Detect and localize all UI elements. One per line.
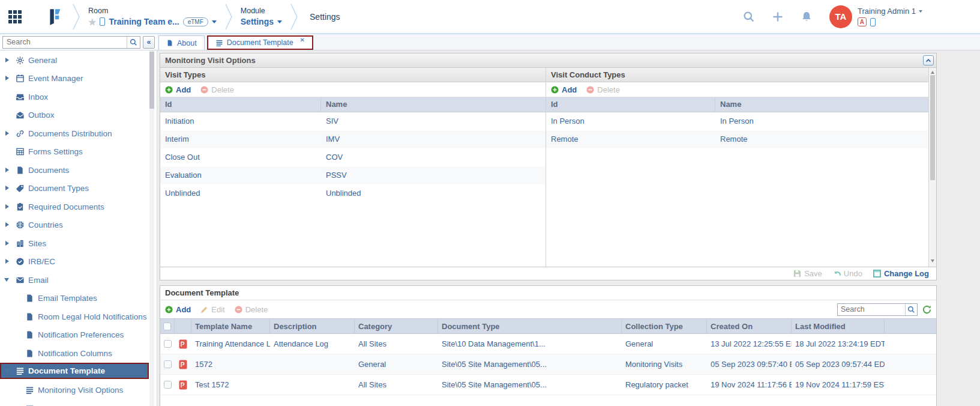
- column-header-last-modified[interactable]: Last Modified: [792, 319, 885, 333]
- delete-button[interactable]: Delete: [586, 85, 620, 94]
- sidebar-item-general[interactable]: General: [0, 51, 149, 69]
- expand-arrow-icon[interactable]: [5, 76, 11, 80]
- sidebar-item-notification-preferences[interactable]: Notification Preferences: [0, 326, 149, 344]
- sidebar-item-notification-columns[interactable]: Notification Columns: [0, 344, 149, 362]
- row-checkbox[interactable]: [164, 340, 172, 348]
- table-row[interactable]: EvaluationPSSV: [160, 166, 546, 184]
- document-icon: [25, 294, 34, 303]
- refresh-icon[interactable]: [922, 305, 931, 314]
- column-header-category[interactable]: Category: [355, 319, 438, 333]
- column-header-name[interactable]: Name: [321, 97, 546, 112]
- room-name[interactable]: Training Team e...: [109, 17, 179, 26]
- sidebar-item-inbox[interactable]: Inbox: [0, 88, 149, 106]
- sidebar-item-email-templates[interactable]: Email Templates: [0, 289, 149, 307]
- add-button[interactable]: Add: [551, 85, 577, 94]
- sidebar-item-required-documents[interactable]: Required Documents: [0, 198, 149, 216]
- delete-button[interactable]: Delete: [235, 305, 268, 314]
- panel-title: Monitoring Visit Options: [165, 56, 256, 65]
- collapse-arrow-icon[interactable]: [5, 369, 10, 375]
- expand-arrow-icon[interactable]: [5, 58, 11, 62]
- app-launcher-grid-icon[interactable]: [8, 10, 22, 24]
- sidebar-item-sites[interactable]: Sites: [0, 234, 149, 252]
- table-row[interactable]: Training Attendance Log Attendance Log A…: [160, 334, 936, 354]
- module-settings[interactable]: Settings: [241, 17, 274, 26]
- sidebar-item-irb-ec[interactable]: IRB/EC: [0, 252, 149, 270]
- row-checkbox[interactable]: [164, 360, 172, 368]
- user-menu-caret-icon[interactable]: [919, 10, 922, 14]
- column-header-id[interactable]: Id: [160, 97, 321, 112]
- sidebar-item-outbox[interactable]: Outbox: [0, 106, 149, 124]
- table-row[interactable]: InitiationSIV: [160, 112, 546, 130]
- expand-arrow-icon[interactable]: [5, 222, 11, 227]
- notifications-bell-icon[interactable]: [801, 11, 813, 23]
- sidebar-item-documents[interactable]: Documents: [0, 161, 149, 179]
- expand-arrow-icon[interactable]: [5, 241, 11, 246]
- table-row[interactable]: RemoteRemote: [546, 130, 928, 148]
- delete-button[interactable]: Delete: [200, 85, 234, 94]
- mobile-icon: [100, 17, 105, 26]
- user-name[interactable]: Training Admin 1: [858, 7, 916, 16]
- sidebar-item-room-legal-hold-notifications[interactable]: Room Legal Hold Notifications: [0, 308, 149, 326]
- column-header-name[interactable]: Name: [715, 97, 928, 112]
- add-new-icon[interactable]: [772, 11, 784, 23]
- collapse-arrow-icon[interactable]: [4, 278, 9, 284]
- column-header-template-name[interactable]: Template Name: [191, 319, 270, 333]
- expand-arrow-icon[interactable]: [5, 204, 11, 209]
- breadcrumb-settings: Settings: [301, 12, 349, 22]
- sidebar-item-partial[interactable]: [0, 399, 149, 406]
- sidebar-item-email[interactable]: Email: [0, 271, 149, 289]
- scrollbar-thumb[interactable]: [930, 75, 935, 180]
- tab-close-icon[interactable]: ✕: [300, 37, 305, 43]
- expand-arrow-icon[interactable]: [5, 186, 11, 190]
- favorite-star-icon[interactable]: ★: [88, 17, 96, 26]
- module-dropdown-icon[interactable]: [277, 20, 282, 26]
- sidebar-item-document-types[interactable]: Document Types: [0, 179, 149, 197]
- column-header-created-on[interactable]: Created On: [707, 319, 792, 333]
- expand-arrow-icon[interactable]: [5, 131, 11, 136]
- app-logo[interactable]: [47, 7, 64, 26]
- sidebar-item-document-template[interactable]: Document Template: [0, 363, 149, 379]
- table-search-input[interactable]: [838, 305, 905, 314]
- global-search-icon[interactable]: [743, 11, 755, 23]
- sidebar-search-input[interactable]: [3, 38, 127, 46]
- expand-arrow-icon[interactable]: [5, 259, 11, 264]
- undo-button[interactable]: Undo: [833, 269, 862, 278]
- edit-button[interactable]: Edit: [200, 305, 224, 314]
- table-row[interactable]: UnblindedUnblinded: [160, 184, 546, 202]
- save-button[interactable]: Save: [793, 269, 822, 278]
- sidebar-item-monitoring-visit-options[interactable]: Monitoring Visit Options: [0, 381, 149, 399]
- add-button[interactable]: Add: [165, 85, 191, 94]
- scroll-up-icon[interactable]: [931, 69, 934, 74]
- panel-collapse-button[interactable]: [923, 55, 934, 65]
- table-row[interactable]: Close OutCOV: [160, 148, 546, 166]
- sidebar-scrollbar-thumb[interactable]: [149, 52, 154, 109]
- add-button[interactable]: Add: [165, 305, 191, 314]
- column-header-icon: [175, 319, 191, 333]
- panel-scrollbar[interactable]: [928, 68, 936, 267]
- expand-arrow-icon[interactable]: [5, 168, 11, 172]
- tab-about[interactable]: About: [158, 35, 205, 50]
- sidebar-item-documents-distribution[interactable]: Documents Distribution: [0, 124, 149, 142]
- table-row[interactable]: In PersonIn Person: [546, 112, 928, 130]
- sidebar-item-countries[interactable]: Countries: [0, 216, 149, 234]
- room-dropdown-icon[interactable]: [212, 20, 217, 26]
- search-icon[interactable]: [905, 304, 917, 315]
- sidebar-scrollbar[interactable]: [149, 50, 154, 406]
- sidebar-item-forms-settings[interactable]: Forms Settings: [0, 142, 149, 160]
- sidebar-collapse-button[interactable]: «: [143, 36, 155, 49]
- change-log-button[interactable]: Change Log: [873, 269, 929, 278]
- column-header-id[interactable]: Id: [546, 97, 715, 112]
- search-icon[interactable]: [127, 37, 140, 48]
- row-checkbox[interactable]: [164, 381, 172, 389]
- table-row[interactable]: Test 1572 All Sites Site\05 Site Managem…: [160, 375, 936, 395]
- sidebar-item-event-manager[interactable]: Event Manager: [0, 69, 149, 87]
- column-header-document-type[interactable]: Document Type: [438, 319, 622, 333]
- tab-document-template[interactable]: Document Template ✕: [207, 35, 313, 50]
- column-header-description[interactable]: Description: [270, 319, 355, 333]
- column-header-collection-type[interactable]: Collection Type: [622, 319, 707, 333]
- table-row[interactable]: InterimIMV: [160, 130, 546, 148]
- scroll-down-icon[interactable]: [931, 259, 934, 264]
- avatar[interactable]: TA: [829, 5, 852, 28]
- select-all-checkbox[interactable]: [160, 319, 175, 333]
- table-row[interactable]: 1572 General Site\05 Site Management\05.…: [160, 354, 936, 375]
